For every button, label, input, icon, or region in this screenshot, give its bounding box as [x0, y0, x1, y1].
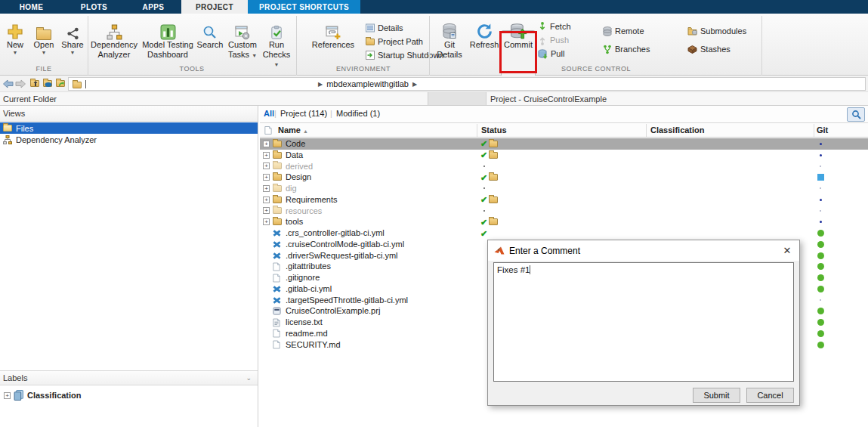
pull-button[interactable]: Pull — [538, 47, 571, 60]
status-checked-folder-icon: ✔ — [480, 174, 498, 181]
search-magnifier-icon — [195, 17, 225, 40]
expand-icon[interactable]: + — [263, 196, 270, 203]
labels-collapse-chevron-icon[interactable]: ⌄ — [246, 374, 252, 382]
git-status-green-icon — [815, 319, 826, 326]
tab-apps[interactable]: APPS — [125, 0, 181, 14]
submodules-button[interactable]: Submodules — [687, 24, 746, 38]
folder-row-resources[interactable]: +resources — [260, 206, 868, 217]
dependency-analyzer-button[interactable]: Dependency Analyzer — [89, 17, 139, 59]
yaml-file-icon — [273, 240, 281, 249]
address-field[interactable]: ▶ mbdexamplewithgitlab ▶ — [68, 77, 866, 91]
share-button[interactable]: Share ▼ — [59, 17, 86, 55]
labels-header: Labels ⌄ — [0, 370, 258, 385]
stashes-button[interactable]: Stashes — [687, 42, 746, 56]
expand-icon[interactable]: + — [263, 141, 270, 147]
status-checked-folder-icon: ✔ — [480, 196, 498, 203]
fetch-button[interactable]: Fetch — [538, 20, 571, 33]
references-button[interactable]: References — [310, 17, 357, 50]
refresh-button[interactable]: Refresh — [468, 17, 500, 50]
back-button[interactable] — [2, 77, 14, 90]
address-folder-icon — [73, 82, 82, 88]
expand-icon[interactable]: + — [263, 174, 270, 181]
refresh-icon — [468, 17, 500, 40]
git-status-dot-faint-icon — [815, 166, 826, 167]
tab-project-shortcuts[interactable]: PROJECT SHORTCUTS — [248, 0, 360, 14]
share-dropdown-arrow[interactable]: ▼ — [59, 50, 86, 55]
tab-plots[interactable]: PLOTS — [63, 0, 125, 14]
folder-row-Design[interactable]: +Design✔ — [260, 172, 868, 183]
folder-icon — [273, 141, 282, 147]
forward-arrow-icon — [15, 79, 26, 88]
git-status-dot-faint-icon — [815, 210, 826, 212]
tab-home[interactable]: HOME — [0, 0, 63, 14]
folder-up-button[interactable] — [29, 77, 41, 90]
expand-icon[interactable]: + — [263, 207, 270, 214]
status-dot-icon — [480, 187, 485, 189]
filter-tab-modified[interactable]: Modified (1) — [336, 109, 380, 118]
open-folder-icon — [30, 17, 57, 40]
breadcrumb[interactable]: ▶ mbdexamplewithgitlab ▶ — [318, 79, 417, 88]
file-search-button[interactable] — [847, 107, 865, 122]
dialog-close-icon[interactable]: ✕ — [775, 240, 799, 261]
expand-icon[interactable]: + — [263, 185, 270, 192]
folder-row-tools[interactable]: +tools✔ — [260, 216, 868, 227]
submodules-icon — [687, 26, 697, 36]
column-classification[interactable]: Classification — [650, 125, 705, 135]
open-button[interactable]: Open ▼ — [30, 17, 57, 55]
push-button[interactable]: Push — [538, 33, 571, 47]
yaml-file-icon — [273, 285, 281, 293]
folder-row-derived[interactable]: +derived — [260, 161, 868, 172]
forward-button[interactable] — [14, 77, 26, 90]
custom-tasks-button[interactable]: Custom Tasks ▼ — [227, 17, 258, 59]
column-git[interactable]: Git — [817, 125, 828, 135]
dialog-title-bar[interactable]: Enter a Comment — [488, 240, 799, 261]
git-status-square-icon — [815, 174, 826, 181]
folder-icon — [273, 185, 282, 192]
classification-tags-icon — [14, 390, 24, 401]
tab-project[interactable]: PROJECT — [181, 0, 248, 14]
pull-icon — [538, 49, 548, 59]
commit-highlight-box — [499, 31, 537, 73]
folder-cloud-button[interactable] — [42, 77, 54, 90]
search-button[interactable]: Search — [195, 17, 225, 50]
custom-tasks-icon — [227, 17, 258, 40]
folder-row-Requirements[interactable]: +Requirements✔ — [260, 194, 868, 206]
expand-icon[interactable]: + — [263, 162, 270, 169]
view-item-files[interactable]: Files — [0, 122, 258, 134]
git-status-green-icon — [815, 241, 826, 248]
classification-expander-icon[interactable]: + — [4, 392, 11, 399]
column-name[interactable]: Name ▲ — [278, 125, 308, 135]
comment-textarea[interactable]: Fixes #1 — [493, 262, 794, 382]
column-status[interactable]: Status — [481, 125, 507, 135]
filter-tab-project[interactable]: Project (114) — [280, 109, 327, 118]
branches-button[interactable]: Branches — [603, 42, 650, 56]
file-row-.crs_controller-gitlab-ci.yml[interactable]: .crs_controller-gitlab-ci.yml✔ — [260, 227, 868, 239]
run-checks-button[interactable]: Run Checks ▼ — [260, 17, 293, 69]
folder-row-Code[interactable]: +Code✔ — [260, 138, 868, 150]
folder-icon — [273, 152, 282, 159]
cancel-button[interactable]: Cancel — [746, 388, 794, 403]
view-item-dependency-analyzer[interactable]: Dependency Analyzer — [0, 134, 258, 145]
git-details-button[interactable]: Git Details — [432, 17, 467, 59]
new-dropdown-arrow[interactable]: ▼ — [2, 50, 29, 55]
matlab-project-window: HOME PLOTS APPS PROJECT PROJECT SHORTCUT… — [0, 0, 868, 427]
filter-tab-all[interactable]: All — [264, 109, 274, 118]
panel-title-row: Current Folder Project - CruiseControlEx… — [0, 92, 868, 106]
remote-button[interactable]: Remote — [603, 24, 650, 38]
panel-splitter[interactable] — [258, 106, 258, 427]
section-label-file: FILE — [2, 65, 86, 73]
new-button[interactable]: New ▼ — [2, 17, 29, 55]
expand-icon[interactable]: + — [263, 152, 270, 159]
folder-row-dig[interactable]: +dig — [260, 183, 868, 194]
label-item-classification[interactable]: + Classification — [4, 390, 82, 401]
folder-recent-button[interactable] — [54, 77, 66, 90]
text-cursor — [530, 265, 530, 274]
folder-row-Data[interactable]: +Data✔ — [260, 150, 868, 161]
open-dropdown-arrow[interactable]: ▼ — [30, 50, 57, 55]
model-testing-dashboard-button[interactable]: Model Testing Dashboard — [141, 17, 195, 59]
expand-icon[interactable]: + — [263, 218, 270, 225]
document-icon — [273, 262, 280, 271]
git-status-green-icon — [815, 252, 826, 259]
submit-button[interactable]: Submit — [693, 388, 740, 403]
dashboard-chart-icon — [141, 17, 195, 40]
